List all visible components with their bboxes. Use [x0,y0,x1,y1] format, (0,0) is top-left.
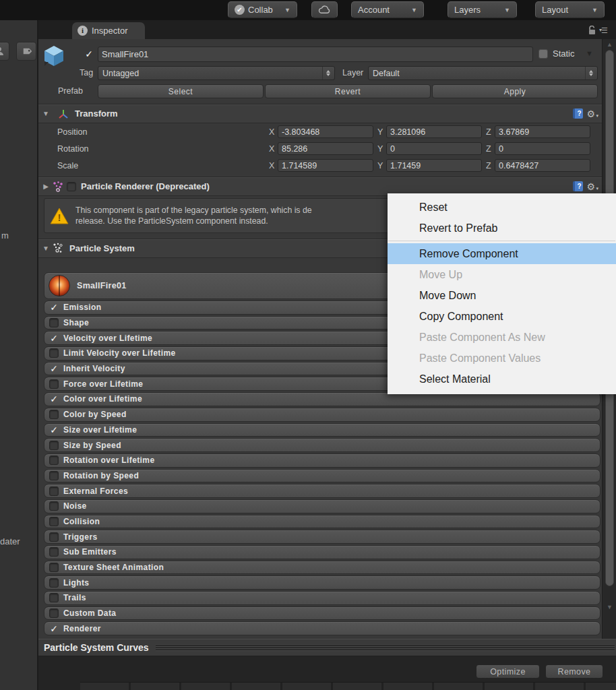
module-row-custom-data[interactable]: Custom Data [44,606,600,621]
module-checkbox[interactable]: ✓ [49,303,59,312]
transform-value-input[interactable]: 1.714589 [278,159,373,172]
tag-icon[interactable] [16,42,36,61]
transform-header[interactable]: ▼ Transform ? ⚙ [38,104,602,123]
scroll-down-icon[interactable]: ▼ [603,604,616,610]
module-checkbox[interactable] [49,318,59,327]
particle-renderer-header[interactable]: ▶ Particle Renderer (Deprecated) ? ⚙ [38,177,602,195]
module-label: Color by Speed [63,410,127,419]
foldout-arrow-icon[interactable]: ▶ [41,183,51,190]
person-icon[interactable] [0,42,9,61]
transform-value-input[interactable]: 0.6478427 [495,159,590,172]
cloud-button[interactable] [311,1,338,18]
transform-value-input[interactable]: 85.286 [278,142,373,155]
module-row-trails[interactable]: Trails [44,591,600,605]
module-checkbox[interactable] [49,608,59,618]
static-label: Static [553,49,575,59]
module-checkbox[interactable]: ✓ [49,334,59,343]
gameobject-enabled-checkbox[interactable]: ✓ [84,49,94,59]
module-row-collision[interactable]: Collision [44,515,600,529]
divider-lines [156,645,615,651]
module-row-color-over-lifetime[interactable]: ✓Color over Lifetime [44,392,600,406]
transform-value-input[interactable]: 0 [386,142,482,155]
transform-value-input[interactable]: 1.71459 [386,159,482,172]
module-checkbox[interactable] [49,593,59,602]
collab-button[interactable]: ✔ Collab ▼ [228,1,297,18]
module-checkbox[interactable] [49,487,59,496]
remove-button[interactable]: Remove [545,664,603,679]
module-checkbox[interactable]: ✓ [49,624,59,633]
module-checkbox[interactable] [49,456,59,465]
module-checkbox[interactable] [49,348,59,358]
module-row-texture-sheet-animation[interactable]: Texture Sheet Animation [44,561,600,575]
module-label: Rotation over Lifetime [63,456,154,465]
module-checkbox[interactable] [49,410,59,419]
module-checkbox[interactable] [49,578,59,588]
particle-renderer-enabled-checkbox[interactable] [67,182,76,191]
module-checkbox[interactable] [49,547,59,557]
popup-arrows-icon [585,67,593,80]
lock-open-icon[interactable] [588,26,596,36]
menu-item-copy-component[interactable]: Copy Component [388,306,616,327]
module-checkbox[interactable]: ✓ [49,394,59,404]
module-checkbox[interactable]: ✓ [49,425,59,435]
module-row-triggers[interactable]: Triggers [44,530,600,544]
menu-item-select-material[interactable]: Select Material [388,369,616,389]
menu-item-reset[interactable]: Reset [388,197,616,218]
particle-renderer-icon [52,181,64,193]
module-row-noise[interactable]: Noise [44,499,600,513]
gear-icon[interactable]: ⚙ [586,182,595,191]
menu-item-move-down[interactable]: Move Down [388,285,616,306]
account-button[interactable]: Account ▼ [351,1,424,18]
help-icon[interactable]: ? [573,108,583,119]
module-checkbox[interactable] [49,517,59,526]
module-checkbox[interactable] [49,501,59,511]
layer-dropdown[interactable]: Default [368,66,598,80]
account-label: Account [358,5,390,15]
menu-item-revert-to-prefab[interactable]: Revert to Prefab [388,218,616,239]
module-row-lights[interactable]: Lights [44,575,600,590]
module-checkbox[interactable] [49,532,59,542]
prefab-select-button[interactable]: Select [98,84,264,98]
layers-button[interactable]: Layers ▼ [448,1,517,18]
gear-icon[interactable]: ⚙ [586,109,595,119]
module-checkbox[interactable] [49,471,59,480]
module-checkbox[interactable] [49,441,59,450]
chevron-down-icon: ▼ [585,7,598,13]
gameobject-name-input[interactable]: SmallFire01 [98,46,533,62]
module-checkbox[interactable] [49,379,59,389]
static-dropdown-icon[interactable]: ▼ [586,49,593,57]
transform-value-input[interactable]: -3.803468 [278,125,373,138]
module-row-size-over-lifetime[interactable]: ✓Size over Lifetime [44,423,600,437]
foldout-arrow-icon[interactable]: ▼ [41,110,51,117]
module-label: Texture Sheet Animation [63,563,164,572]
curves-header[interactable]: Particle System Curves [38,639,616,656]
module-checkbox[interactable]: ✓ [49,364,59,373]
module-row-color-by-speed[interactable]: Color by Speed [44,408,600,422]
module-row-sub-emitters[interactable]: Sub Emitters [44,545,600,559]
prefab-revert-button[interactable]: Revert [265,84,431,98]
module-label: Collision [63,517,100,526]
module-label: Limit Velocity over Lifetime [63,348,176,358]
transform-value-input[interactable]: 0 [495,142,590,155]
layout-button[interactable]: Layout ▼ [535,1,605,18]
prefab-apply-button[interactable]: Apply [432,84,598,98]
module-row-renderer[interactable]: ✓Renderer [44,621,600,635]
foldout-arrow-icon[interactable]: ▼ [41,245,51,252]
pane-menu-icon[interactable]: ▾☰ [599,26,607,35]
help-icon[interactable]: ? [573,181,583,191]
static-checkbox[interactable] [538,49,548,59]
menu-item-remove-component[interactable]: Remove Component [388,243,616,264]
transform-value-input[interactable]: 3.281096 [386,125,482,138]
transform-value-input[interactable]: 3.67869 [495,125,590,138]
module-label: Renderer [63,624,101,633]
axis-label: X [269,161,278,170]
scroll-up-icon[interactable]: ▲ [603,41,616,48]
tag-dropdown[interactable]: Untagged [98,66,335,80]
module-checkbox[interactable] [49,563,59,572]
optimize-button[interactable]: Optimize [476,664,540,679]
module-row-external-forces[interactable]: External Forces [44,484,600,498]
tab-inspector[interactable]: i Inspector [72,22,145,39]
module-row-rotation-over-lifetime[interactable]: Rotation over Lifetime [44,453,600,468]
module-row-rotation-by-speed[interactable]: Rotation by Speed [44,469,600,483]
module-row-size-by-speed[interactable]: Size by Speed [44,438,600,452]
